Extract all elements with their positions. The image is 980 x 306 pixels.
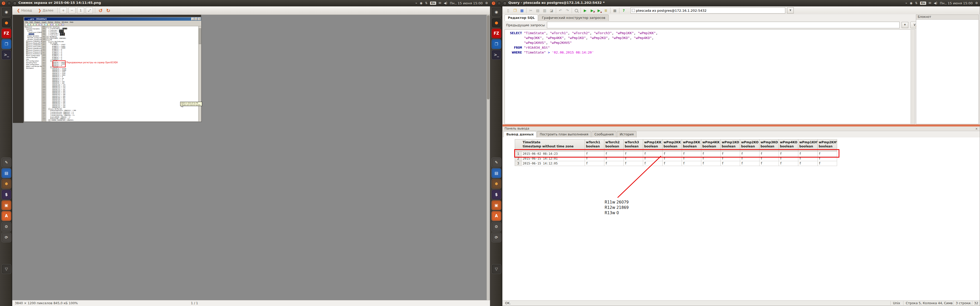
close-icon[interactable]: ✕ xyxy=(2,1,6,5)
cell-boolean[interactable]: f xyxy=(721,161,740,166)
tree-item[interactable]: +library TcSystemCX.lib 6.10.07 10:36:54… xyxy=(24,51,41,53)
resources-tree[interactable]: Resources-Global Variables-ПТЗGlobConst … xyxy=(24,26,42,121)
scrollbar-thumb[interactable] xyxy=(199,28,201,44)
cell-boolean[interactable]: f xyxy=(798,161,818,166)
volume-icon[interactable]: ◀) xyxy=(444,1,447,5)
launcher-item-gimp[interactable]: ✎ xyxy=(492,158,501,167)
launcher-item-system-settings[interactable]: ⚙ xyxy=(2,222,11,231)
network-arrows-icon[interactable]: ⇅ xyxy=(425,1,428,5)
launcher-item-software-center[interactable]: A xyxy=(2,211,11,221)
collapse-icon[interactable]: - xyxy=(26,28,28,30)
toolbar-icon[interactable] xyxy=(25,24,27,26)
collapse-icon[interactable]: - xyxy=(27,30,29,32)
toolbar-icon[interactable] xyxy=(34,24,36,26)
tree-item[interactable]: GlobVar xyxy=(24,33,41,35)
tab-graphical-query-builder[interactable]: Графический конструктор запросов xyxy=(538,14,609,21)
launcher-item-firefox[interactable]: ● xyxy=(2,18,11,27)
menu-item-online[interactable]: Online xyxy=(55,21,60,23)
network-signal-icon[interactable]: ⌁ xyxy=(905,1,907,5)
session-gear-icon[interactable]: ⚙ xyxy=(975,1,978,5)
row-number[interactable]: 3 xyxy=(515,161,522,166)
launcher-item-terminal[interactable]: >_ xyxy=(2,50,11,60)
toolbar-icon[interactable] xyxy=(59,24,61,26)
ubuntu-one-icon[interactable]: ◉ xyxy=(420,1,422,5)
cell-boolean[interactable]: f xyxy=(759,161,779,166)
minimize-icon[interactable]: _ xyxy=(191,17,194,21)
sql-editor[interactable]: SELECT "TimeState", "wTorch1", "wTorch2"… xyxy=(504,29,915,124)
tree-item[interactable]: +library TcSystem.lib 5.10.12 10:21:30: … xyxy=(24,49,41,51)
menu-item-file[interactable]: File xyxy=(25,21,28,23)
rotate-right-button[interactable]: ↻ xyxy=(105,8,111,13)
menu-item-extras[interactable]: Extras xyxy=(48,21,53,23)
open-file-icon[interactable]: ❒ xyxy=(512,8,517,13)
find-icon[interactable] xyxy=(574,8,579,13)
launcher-item-filezilla[interactable]: FZ xyxy=(492,29,501,38)
close-icon[interactable]: × xyxy=(198,17,201,21)
forward-button[interactable]: ❯ Далее xyxy=(36,8,56,13)
pane-splitter[interactable] xyxy=(503,124,980,127)
session-gear-icon[interactable]: ⚙ xyxy=(485,1,488,5)
cell-boolean[interactable]: f xyxy=(605,161,624,166)
tree-item[interactable]: Variable_Configuration (VAR_CONFIG) xyxy=(24,39,41,41)
scrollbar[interactable] xyxy=(911,30,915,124)
toolbar-icon[interactable] xyxy=(37,24,39,26)
tree-item[interactable]: Sampling Trace xyxy=(24,62,41,64)
toolbar-icon[interactable] xyxy=(62,24,64,26)
tree-item[interactable]: Log xyxy=(24,59,41,60)
tree-item[interactable]: Library Manager xyxy=(24,57,41,59)
launcher-item-terminal[interactable]: >_ xyxy=(492,50,501,60)
tree-item[interactable]: Workspace xyxy=(24,67,41,69)
launcher-item-system-settings[interactable]: ⚙ xyxy=(492,222,501,231)
keyboard-layout-indicator[interactable]: En xyxy=(430,2,436,5)
copy-icon[interactable]: ▤ xyxy=(535,8,540,13)
tree-item[interactable]: +library TcModbusSrv.lib 30.5.11 10:34:2… xyxy=(24,48,41,49)
paste-icon[interactable]: ▥ xyxy=(542,8,547,13)
tab-sql-editor[interactable]: Редактор SQL xyxy=(504,14,538,21)
connection-selector[interactable]: ptescada из postgres@172.16.1.202:5432 xyxy=(631,7,785,14)
maximize-icon[interactable]: ▢ xyxy=(503,1,507,5)
new-file-icon[interactable]: ▯ xyxy=(506,8,511,13)
network-arrows-icon[interactable]: ⇅ xyxy=(915,1,918,5)
launcher-item-remote-desktop[interactable]: ❐ xyxy=(492,39,501,49)
toolbar-icon[interactable] xyxy=(39,24,41,26)
normal-size-button[interactable]: 1 xyxy=(77,7,84,14)
expand-icon[interactable]: + xyxy=(26,42,28,44)
launcher-item-dash-home[interactable]: ◉ xyxy=(492,7,501,17)
menu-item-insert[interactable]: Insert xyxy=(42,21,46,23)
tree-item[interactable]: Watch- and Recipe Manager xyxy=(24,65,41,67)
mail-icon[interactable]: ✉ xyxy=(439,1,441,5)
expand-icon[interactable]: + xyxy=(26,51,28,53)
expand-icon[interactable]: + xyxy=(26,48,28,49)
tab-history[interactable]: История xyxy=(617,131,636,138)
keyboard-layout-indicator[interactable]: En xyxy=(920,2,926,5)
tree-item[interactable]: PLC Configuration xyxy=(24,60,41,62)
cell-boolean[interactable]: f xyxy=(643,161,662,166)
expand-icon[interactable]: + xyxy=(26,53,28,55)
save-icon[interactable]: ▦ xyxy=(519,8,525,13)
launcher-item-update-manager[interactable]: ⟳ xyxy=(492,233,501,242)
back-button[interactable]: ❮ Назад xyxy=(15,8,34,13)
launcher-item-image-viewer[interactable]: ✽ xyxy=(2,179,11,189)
expand-icon[interactable]: + xyxy=(48,119,50,121)
scrollbar[interactable] xyxy=(487,15,490,300)
tab-messages[interactable]: Сообщения xyxy=(592,131,616,138)
tree-item[interactable]: +library TcUtilities.lib 11.6.10 14:05:5… xyxy=(24,53,41,55)
launcher-item-files[interactable]: ▣ xyxy=(492,200,501,210)
execute-to-file-icon[interactable]: ▶▪ xyxy=(597,8,601,13)
launcher-item-remote-desktop[interactable]: ❐ xyxy=(2,39,11,49)
toolbar-icon[interactable] xyxy=(42,24,45,26)
menu-item-edit[interactable]: Edit xyxy=(30,21,33,23)
launcher-item-libreoffice-writer[interactable]: ▤ xyxy=(2,168,11,178)
menu-item-help[interactable]: Help xyxy=(70,21,73,23)
variable-row[interactable]: 0059+‒SHARED_PARAMETERS (%MW2946) xyxy=(42,119,199,121)
cell-boolean[interactable]: f xyxy=(624,161,643,166)
toolbar-icon[interactable] xyxy=(51,24,53,26)
expand-icon[interactable]: + xyxy=(26,41,28,42)
tree-item[interactable]: +library STANDARD.LIB 5.6.98 11:03:02: g… xyxy=(24,44,41,46)
chevron-down-icon[interactable]: ▼ xyxy=(787,7,794,14)
launcher-item-firefox[interactable]: ● xyxy=(492,18,501,27)
cell-boolean[interactable]: f xyxy=(818,161,837,166)
rotate-left-button[interactable]: ↺ xyxy=(97,8,104,13)
launcher-item-filezilla[interactable]: FZ xyxy=(2,29,11,38)
tab-explain[interactable]: Построить план выполнения xyxy=(537,131,591,138)
